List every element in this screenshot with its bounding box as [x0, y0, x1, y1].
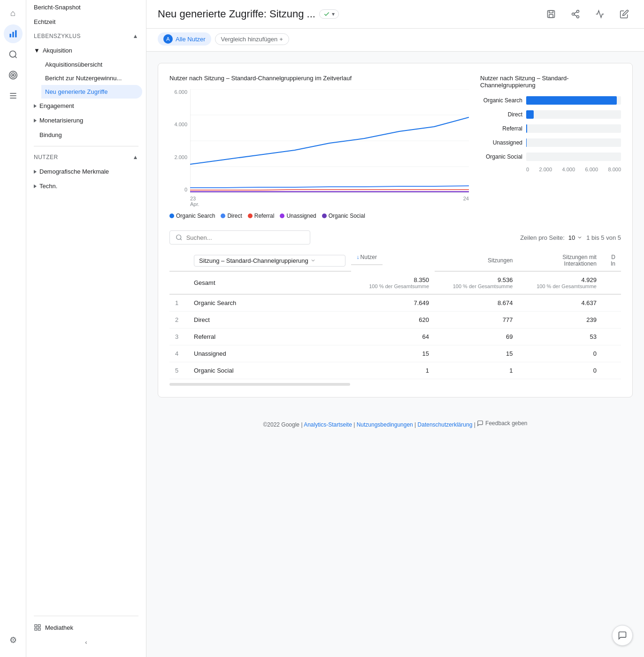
total-sitzungen: 9.536 100 % der Gesamtsumme [435, 271, 518, 294]
bar-row-organic-search: Organic Search [480, 96, 621, 105]
legend-unassigned: Unassigned [280, 213, 316, 219]
add-comparison-button[interactable]: Vergleich hinzufügen + [215, 33, 289, 45]
dropdown-arrow-icon [577, 235, 583, 240]
dimension-filter-button[interactable]: Sitzung – Standard-Channelgruppierung [194, 255, 345, 267]
feedback-bubble-icon [618, 631, 627, 640]
col-d-in-header: DIn [602, 250, 621, 271]
targeting-icon[interactable] [4, 66, 23, 84]
status-badge[interactable]: ▾ [319, 9, 339, 19]
bar-chart-title: Nutzer nach Sitzung – Standard-Channelgr… [480, 75, 621, 89]
pagination-info: Zeilen pro Seite: 10 1 bis 5 von 5 [520, 234, 621, 241]
table-header: Sitzung – Standard-Channelgruppierung ↓ … [169, 250, 621, 271]
sidebar-akquisitionsuebersicht[interactable]: Akquisitionsübersicht [41, 58, 142, 71]
bar-x-axis: 0 2.000 4.000 6.000 8.000 [526, 167, 621, 172]
search-box[interactable] [169, 230, 310, 244]
feedback-link[interactable]: Feedback geben [477, 420, 527, 427]
y-axis-labels: 6.000 4.000 2.000 0 [169, 89, 190, 192]
sidebar-collapse-button[interactable]: ‹ [26, 635, 146, 649]
bar-fill-referral [526, 124, 527, 133]
svg-rect-13 [38, 628, 40, 630]
row-nutzer: 7.649 [351, 294, 435, 312]
sidebar-divider-2 [34, 616, 138, 616]
svg-rect-14 [35, 628, 37, 630]
main-header: Neu generierte Zugriffe: Sitzung ... ▾ [146, 0, 644, 29]
footer-analytics-link[interactable]: Analytics-Startseite [304, 421, 352, 428]
table-controls: Zeilen pro Seite: 10 1 bis 5 von 5 [169, 230, 621, 244]
sidebar-neu-generierte-zugriffe[interactable]: Neu generierte Zugriffe [41, 85, 142, 99]
svg-line-30 [180, 239, 182, 240]
search-input[interactable] [186, 234, 304, 241]
legend-organic-search: Organic Search [169, 213, 215, 219]
sidebar-mediathek[interactable]: Mediathek [26, 620, 146, 635]
svg-rect-12 [38, 625, 40, 627]
data-table: Sitzung – Standard-Channelgruppierung ↓ … [169, 250, 621, 379]
rows-per-page-select[interactable]: 10 [568, 234, 583, 241]
col-sitzungen-header: Sitzungen [435, 250, 518, 271]
avatar: A [163, 34, 173, 44]
col-nutzer-header[interactable]: ↓ Nutzer [351, 250, 383, 265]
svg-rect-1 [12, 32, 14, 38]
main-content: Neu generierte Zugriffe: Sitzung ... ▾ [146, 0, 644, 657]
line-chart-section: Nutzer nach Sitzung – Standard-Channelgr… [169, 75, 469, 219]
sidebar-echtzeit[interactable]: Echtzeit [26, 15, 142, 29]
feedback-icon [477, 420, 483, 427]
sidebar-engagement[interactable]: Engagement [26, 99, 142, 113]
save-report-button[interactable] [543, 6, 560, 23]
total-nutzer: 8.350 100 % der Gesamtsumme [351, 271, 435, 294]
page-title: Neu generierte Zugriffe: Sitzung ... ▾ [158, 8, 339, 20]
home-icon[interactable]: ⌂ [4, 4, 23, 23]
sidebar-nutzer-header[interactable]: Nutzer ▲ [26, 150, 146, 164]
sidebar: Bericht-Snapshot Echtzeit Lebenszyklus ▲… [26, 0, 146, 657]
row-name: Referral [188, 328, 351, 345]
sidebar-bindung[interactable]: Bindung [26, 128, 142, 142]
table-scroll-container: Sitzung – Standard-Channelgruppierung ↓ … [169, 250, 621, 379]
legend-referral: Referral [248, 213, 275, 219]
footer-datenschutz-link[interactable]: Datenschutzerklärung [418, 421, 473, 428]
row-name: Organic Search [188, 294, 351, 312]
sidebar-demografische[interactable]: Demografische Merkmale [26, 164, 142, 179]
bar-fill-direct [526, 110, 534, 119]
x-axis-labels: 23Apr. 24 [190, 196, 469, 207]
sidebar-monetarisierung[interactable]: Monetarisierung [26, 113, 142, 128]
share-button[interactable] [567, 6, 584, 23]
footer-nutzungsbedingungen-link[interactable]: Nutzungsbedingungen [357, 421, 413, 428]
row-name: Direct [188, 312, 351, 328]
legend-direct: Direct [221, 213, 242, 219]
col-dimension[interactable]: Sitzung – Standard-Channelgruppierung [188, 250, 351, 271]
edit-button[interactable] [616, 6, 633, 23]
reports-icon[interactable] [4, 86, 23, 105]
report-card: Nutzer nach Sitzung – Standard-Channelgr… [158, 63, 633, 397]
sidebar-techn[interactable]: Techn. [26, 179, 142, 193]
search-audience-icon[interactable] [4, 45, 23, 64]
compare-button[interactable] [591, 6, 608, 23]
table-row: 3 Referral 64 69 53 [169, 328, 621, 345]
all-users-filter[interactable]: A Alle Nutzer [158, 32, 211, 46]
svg-point-6 [11, 73, 15, 77]
svg-point-19 [572, 13, 575, 15]
svg-line-22 [574, 12, 577, 13]
table-row: 4 Unassigned 15 15 0 [169, 345, 621, 362]
footer: ©2022 Google | Analytics-Startseite | Nu… [158, 409, 633, 439]
svg-point-20 [577, 15, 579, 18]
bar-row-unassigned: Unassigned [480, 138, 621, 147]
svg-rect-15 [548, 11, 555, 18]
header-actions [543, 6, 633, 23]
table-row: 5 Organic Social 1 1 0 [169, 362, 621, 379]
table-row: 1 Organic Search 7.649 8.674 4.637 [169, 294, 621, 312]
sidebar-akquisition[interactable]: ▼ Akquisition [26, 43, 142, 58]
col-rank [169, 250, 188, 271]
sidebar-sub-akquisition: Akquisitionsübersicht Bericht zur Nutzer… [26, 58, 146, 99]
bar-row-direct: Direct [480, 110, 621, 119]
sidebar-bericht-snapshot[interactable]: Bericht-Snapshot [26, 0, 142, 15]
bar-fill-organic-search [526, 96, 617, 105]
row-name: Unassigned [188, 345, 351, 362]
search-icon [176, 234, 183, 241]
svg-rect-11 [35, 625, 37, 627]
sidebar-lebenszyklus-header[interactable]: Lebenszyklus ▲ [26, 29, 146, 43]
settings-icon[interactable]: ⚙ [4, 631, 23, 649]
sidebar-nutzergewinnung[interactable]: Bericht zur Nutzergewinnu... [41, 71, 142, 85]
feedback-bubble[interactable] [612, 625, 633, 646]
analytics-icon[interactable] [4, 24, 23, 43]
horizontal-scrollbar[interactable] [169, 383, 350, 386]
table-row: 2 Direct 620 777 239 [169, 312, 621, 328]
